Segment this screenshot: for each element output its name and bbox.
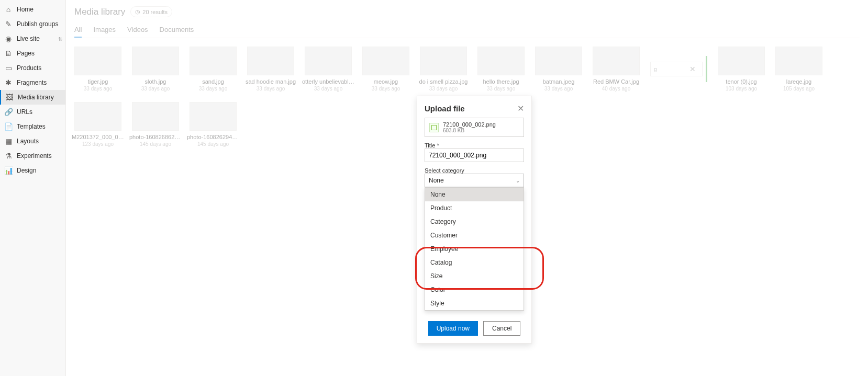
sidebar-item-urls[interactable]: 🔗URLs	[0, 105, 65, 119]
sidebar-item-label: Design	[17, 167, 36, 174]
thumbnail	[247, 47, 294, 75]
dialog-title: Upload file	[425, 104, 465, 113]
sidebar-item-label: Templates	[17, 123, 46, 130]
file-name-label: photo-160826294108…	[187, 134, 239, 140]
templates-icon: 📄	[4, 122, 13, 131]
thumbnail	[132, 47, 179, 75]
sidebar-item-experiments[interactable]: ⚗Experiments	[0, 149, 65, 163]
upload-progress-bar	[706, 56, 707, 82]
category-dropdown: NoneProductCategoryCustomerEmployeeCatal…	[425, 187, 524, 311]
sidebar-item-label: Home	[17, 6, 34, 13]
thumbnail	[362, 47, 409, 75]
category-option[interactable]: None	[425, 188, 524, 201]
sidebar-item-media-library[interactable]: 🖼Media library	[0, 90, 65, 105]
file-name: 72100_000_002.png	[443, 121, 496, 128]
results-badge: ◷ 20 results	[130, 6, 172, 17]
file-name-label: tenor (0).jpg	[726, 78, 756, 85]
pages-icon: 🗎	[4, 49, 13, 58]
layouts-icon: ▦	[4, 137, 13, 145]
publish-groups-icon: ✎	[4, 20, 13, 28]
file-name-label: do i smell pizza.jpg	[419, 78, 468, 85]
file-age: 33 days ago	[544, 86, 573, 92]
sidebar-item-layouts[interactable]: ▦Layouts	[0, 134, 65, 149]
sidebar-item-design[interactable]: 📊Design	[0, 163, 65, 178]
file-age: 33 days ago	[199, 86, 228, 92]
thumbnail	[593, 47, 640, 75]
category-option[interactable]: Style	[425, 297, 524, 310]
remove-upload-icon[interactable]: ✕	[686, 64, 699, 74]
thumbnail	[74, 102, 121, 131]
media-item[interactable]: meow.jpg 33 days ago	[362, 47, 409, 92]
media-item[interactable]: Red BMW Car.jpg 40 days ago	[593, 47, 640, 92]
thumbnail	[190, 47, 237, 75]
category-option[interactable]: Category	[425, 215, 524, 229]
category-option[interactable]: Customer	[425, 229, 524, 242]
tab-documents[interactable]: Documents	[160, 22, 194, 38]
tab-videos[interactable]: Videos	[127, 22, 148, 38]
page-title: Media library	[74, 7, 125, 17]
media-item[interactable]: lareqe.jpg 105 days ago	[775, 47, 822, 92]
sidebar-item-pages[interactable]: 🗎Pages	[0, 46, 65, 61]
file-age: 33 days ago	[257, 86, 285, 92]
tab-images[interactable]: Images	[93, 22, 116, 38]
upload-now-button[interactable]: Upload now	[428, 321, 478, 336]
media-item[interactable]: do i smell pizza.jpg 33 days ago	[420, 47, 467, 92]
sidebar-item-products[interactable]: ▭Products	[0, 61, 65, 75]
tabs: AllImagesVideosDocuments	[74, 22, 860, 38]
live-site-icon: ◉	[4, 35, 13, 43]
cancel-button[interactable]: Cancel	[483, 321, 520, 336]
media-item[interactable]: sad hoodie man.jpg 33 days ago	[247, 47, 294, 92]
media-item[interactable]: sand.jpg 33 days ago	[190, 47, 237, 92]
uploading-item: g ✕	[650, 47, 707, 92]
sidebar-item-home[interactable]: ⌂Home	[0, 2, 65, 17]
category-option[interactable]: Employee	[425, 242, 524, 256]
media-item[interactable]: M2201372_000_002.p… 123 days ago	[74, 102, 121, 147]
sidebar-item-publish-groups[interactable]: ✎Publish groups	[0, 17, 65, 31]
sidebar-item-templates[interactable]: 📄Templates	[0, 119, 65, 134]
chevron-updown-icon: ⇅	[58, 36, 62, 42]
category-option[interactable]: Catalog	[425, 256, 524, 269]
title-label: Title *	[425, 142, 524, 149]
media-item[interactable]: batman.jpeg 33 days ago	[535, 47, 582, 92]
close-icon[interactable]: ✕	[517, 104, 524, 113]
media-item[interactable]: otterly unbelievable.j… 33 days ago	[305, 47, 352, 92]
media-item[interactable]: hello there.jpg 33 days ago	[477, 47, 525, 92]
clock-icon: ◷	[135, 8, 140, 15]
file-age: 145 days ago	[140, 141, 171, 147]
urls-icon: 🔗	[4, 108, 13, 116]
sidebar-item-fragments[interactable]: ✱Fragments	[0, 75, 65, 90]
media-library-icon: 🖼	[5, 93, 14, 101]
category-select[interactable]: None ⌄	[425, 174, 524, 187]
file-age: 33 days ago	[429, 86, 458, 92]
sidebar-item-label: Live site	[17, 35, 40, 42]
media-item[interactable]: photo-160826294108… 145 days ago	[190, 102, 237, 147]
media-item[interactable]: photo-160826862760… 145 days ago	[132, 102, 179, 147]
sidebar-item-label: URLs	[17, 108, 32, 116]
sidebar-item-live-site[interactable]: ◉Live site⇅	[0, 31, 65, 46]
title-input[interactable]	[425, 149, 524, 162]
file-age: 33 days ago	[372, 86, 400, 92]
file-age: 33 days ago	[84, 86, 113, 92]
selected-file-box: 72100_000_002.png 603.8 KB	[425, 118, 524, 137]
file-name-label: photo-160826862760…	[129, 134, 182, 140]
media-item[interactable]: sloth.jpg 33 days ago	[132, 47, 179, 92]
media-item[interactable]: tiger.jpg 33 days ago	[74, 47, 121, 92]
image-file-icon	[429, 123, 439, 132]
file-name-label: Red BMW Car.jpg	[593, 78, 639, 85]
file-age: 105 days ago	[783, 86, 815, 92]
category-option[interactable]: Color	[425, 283, 524, 297]
sidebar-item-label: Media library	[18, 94, 54, 101]
file-age: 33 days ago	[314, 86, 343, 92]
sidebar-item-label: Layouts	[17, 138, 39, 145]
experiments-icon: ⚗	[4, 152, 13, 160]
sidebar-item-label: Fragments	[17, 79, 47, 86]
sidebar-item-label: Publish groups	[17, 20, 58, 28]
thumbnail	[775, 47, 822, 75]
file-age: 103 days ago	[726, 86, 757, 92]
category-option[interactable]: Size	[425, 269, 524, 283]
category-option[interactable]: Product	[425, 201, 524, 215]
thumbnail	[190, 102, 237, 131]
file-name-label: lareqe.jpg	[786, 78, 811, 85]
tab-all[interactable]: All	[74, 22, 82, 38]
media-item[interactable]: tenor (0).jpg 103 days ago	[718, 47, 765, 92]
